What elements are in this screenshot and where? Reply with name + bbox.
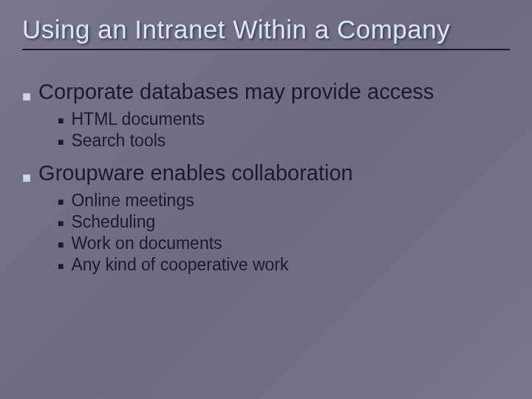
bullet-level-1: ■ Groupware enables collaboration (22, 161, 510, 188)
bullet-text: Groupware enables collaboration (38, 161, 353, 185)
bullet-level-1: ■ Corporate databases may provide access (22, 80, 510, 106)
bullet-text: HTML documents (71, 109, 205, 129)
bullet-marker-icon: ■ (22, 86, 31, 106)
sub-bullet-list: ■ HTML documents ■ Search tools (22, 109, 510, 151)
bullet-level-2: ■ Online meetings (58, 191, 510, 211)
bullet-level-2: ■ HTML documents (58, 109, 510, 129)
bullet-text: Scheduling (71, 212, 155, 232)
bullet-text: Search tools (71, 131, 166, 151)
bullet-marker-icon: ■ (58, 238, 64, 253)
bullet-text: Work on documents (71, 233, 222, 253)
title-underline (22, 49, 510, 50)
bullet-level-2: ■ Scheduling (58, 212, 510, 232)
bullet-marker-icon: ■ (58, 259, 64, 274)
bullet-level-2: ■ Work on documents (58, 233, 510, 253)
bullet-marker-icon: ■ (58, 135, 64, 150)
bullet-text: Any kind of cooperative work (71, 255, 288, 275)
bullet-text: Online meetings (71, 191, 194, 211)
bullet-marker-icon: ■ (58, 195, 64, 210)
bullet-level-2: ■ Any kind of cooperative work (58, 255, 510, 275)
sub-bullet-list: ■ Online meetings ■ Scheduling ■ Work on… (22, 191, 510, 275)
bullet-marker-icon: ■ (58, 114, 64, 129)
bullet-text: Corporate databases may provide access (38, 80, 434, 104)
bullet-marker-icon: ■ (22, 167, 31, 188)
bullet-marker-icon: ■ (58, 216, 64, 231)
bullet-level-2: ■ Search tools (58, 131, 510, 151)
slide-title: Using an Intranet Within a Company (22, 15, 510, 44)
slide-container: Using an Intranet Within a Company ■ Cor… (0, 0, 532, 399)
main-bullet-list: ■ Corporate databases may provide access… (22, 80, 510, 275)
